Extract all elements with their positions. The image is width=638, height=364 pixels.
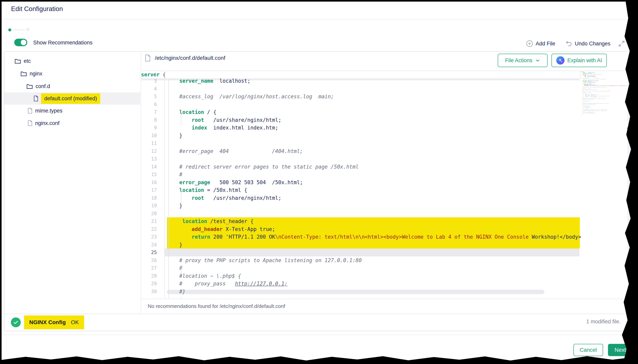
tree-item-label: etc	[24, 58, 31, 64]
code-line-14[interactable]: 14 # redirect server error pages to the …	[141, 163, 634, 171]
add-file-button[interactable]: Add File	[526, 40, 555, 48]
line-number: 5	[141, 92, 157, 100]
code-line-22[interactable]: 22 add_header X-Test-App true;	[141, 225, 634, 233]
code-line-26[interactable]: 26 # proxy the PHP scripts to Apache lis…	[141, 256, 634, 264]
tree-item-nginx.conf[interactable]: nginx.conf	[4, 117, 140, 129]
code-line-27[interactable]: 27 #	[141, 264, 634, 272]
minimap[interactable]: server { listen 80 default_server; serve…	[581, 72, 626, 298]
line-number: 23	[141, 233, 157, 241]
expand-icon	[618, 40, 625, 48]
wizard-stepper	[6, 27, 38, 33]
code-line-11[interactable]: 11	[141, 139, 634, 147]
indent-guide	[181, 297, 181, 298]
nginx-config-status: OK	[71, 319, 79, 326]
status-bar-border	[4, 314, 634, 314]
code-line-19[interactable]: 19 }	[141, 202, 634, 210]
line-number: 19	[141, 202, 157, 210]
minimap-line: }	[581, 114, 626, 115]
show-recommendations-label: Show Recommendations	[33, 40, 93, 46]
line-number: 4	[141, 85, 157, 93]
sticky-code-line-1[interactable]: 1server {	[141, 71, 580, 78]
line-number: 14	[141, 163, 157, 171]
code-line-15[interactable]: 15 #	[141, 170, 634, 178]
page-title: Edit Configuration	[11, 5, 63, 13]
line-number: 13	[141, 155, 157, 163]
line-number: 6	[141, 100, 157, 108]
tree-item-label: conf.d	[36, 83, 50, 90]
show-recommendations-toggle[interactable]	[14, 39, 27, 46]
code-line-24[interactable]: 24 }	[141, 241, 634, 249]
line-number: 26	[141, 256, 157, 264]
file-path-header: /etc/nginx/conf.d/default.conf	[145, 54, 225, 62]
code-line-17[interactable]: 17 location = /50x.html {	[141, 186, 634, 194]
line-number: 1	[141, 71, 157, 78]
screenshot-frame-bottom	[0, 354, 638, 364]
gutter-border	[164, 71, 165, 298]
title-divider	[0, 19, 638, 19]
code-line-13[interactable]: 13	[141, 155, 634, 163]
plus-circle-icon	[526, 40, 533, 48]
file-actions-button[interactable]: File Actions	[498, 54, 547, 67]
code-line-10[interactable]: 10 }	[141, 132, 634, 140]
line-number: 11	[141, 139, 157, 147]
code-editor[interactable]: 3 server_name localhost;45 #access_log /…	[141, 71, 634, 298]
code-line-4[interactable]: 4	[141, 85, 634, 93]
recommendations-bar: No recommendations found for /etc/nginx/…	[148, 299, 602, 314]
file-icon	[145, 54, 151, 62]
code-line-18[interactable]: 18 root /usr/share/nginx/html;	[141, 194, 634, 202]
line-number: 10	[141, 132, 157, 140]
code-line-25[interactable]: 25	[141, 248, 634, 256]
code-line-28[interactable]: 28 #location ~ \.php$ {	[141, 272, 634, 280]
line-number: 20	[141, 210, 157, 218]
line-number: 24	[141, 241, 157, 249]
line-number: 30	[141, 288, 157, 296]
line-number: 27	[141, 264, 157, 272]
cancel-button[interactable]: Cancel	[573, 344, 603, 356]
code-line-23[interactable]: 23 return 200 'HTTP/1.1 200 OK\nContent-…	[141, 233, 634, 241]
line-number: 7	[141, 108, 157, 116]
modified-files-note: 1 modified file.	[586, 318, 620, 325]
line-number: 29	[141, 280, 157, 288]
tree-item-label: nginx.conf	[35, 120, 60, 126]
line-number: 25	[141, 248, 157, 256]
expand-button[interactable]	[618, 40, 625, 48]
tree-item-etc[interactable]: etc	[4, 55, 140, 67]
step-1-dot[interactable]	[8, 28, 11, 32]
nginx-config-label: NGINX Config	[29, 319, 66, 326]
indent-guide	[181, 110, 181, 125]
folder-icon	[21, 71, 27, 76]
toggle-knob	[21, 40, 26, 45]
code-line-8[interactable]: 8 root /usr/share/nginx/html;	[141, 116, 634, 124]
file-actions-label: File Actions	[505, 58, 532, 64]
code-line-21[interactable]: 21 location /test_header {	[141, 217, 634, 225]
code-line-5[interactable]: 5 #access_log /var/log/nginx/host.access…	[141, 92, 634, 100]
tree-item-label: nginx	[30, 71, 43, 77]
code-line-12[interactable]: 12 #error_page 404 /404.html;	[141, 147, 634, 155]
code-line-6[interactable]: 6	[141, 100, 634, 108]
file-icon	[28, 108, 33, 114]
code-line-16[interactable]: 16 error_page 500 502 503 504 /50x.html;	[141, 178, 634, 186]
line-number: 12	[141, 147, 157, 155]
ai-sparkle-icon	[556, 56, 564, 64]
explain-with-ai-button[interactable]: Explain with AI	[551, 54, 607, 67]
folder-icon	[27, 84, 33, 89]
code-line-20[interactable]: 20	[141, 210, 634, 218]
line-number: 16	[141, 178, 157, 186]
tree-item-nginx[interactable]: nginx	[4, 68, 140, 80]
line-number: 17	[141, 186, 157, 194]
minimap-line: return 200 'HTTP/1.1 200 OK\nContent-Typ…	[581, 85, 626, 86]
chevron-down-icon	[535, 58, 540, 63]
tree-item-default.conf[interactable]: default.conf (modified)	[4, 92, 140, 104]
code-line-7[interactable]: 7 location / {	[141, 108, 634, 116]
code-line-30[interactable]: 30 #}	[141, 288, 634, 296]
step-connector	[14, 30, 25, 30]
indent-guide	[181, 266, 181, 274]
tree-item-mime.types[interactable]: mime.types	[4, 104, 140, 117]
indent-guide	[169, 78, 169, 298]
line-number: 15	[141, 170, 157, 178]
undo-changes-button[interactable]: Undo Changes	[565, 40, 610, 48]
code-line-29[interactable]: 29 # proxy_pass http://127.0.0.1;	[141, 280, 634, 288]
step-2-dot[interactable]	[27, 28, 29, 31]
tree-item-conf.d[interactable]: conf.d	[4, 80, 140, 92]
code-line-9[interactable]: 9 index index.html index.htm;	[141, 124, 634, 132]
